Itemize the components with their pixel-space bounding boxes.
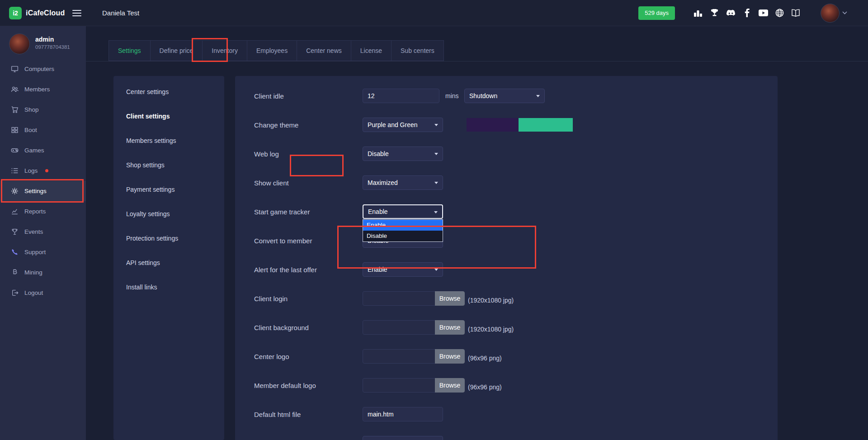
sidebar-item-label: Logout (24, 289, 43, 296)
user-menu[interactable] (821, 4, 847, 23)
field-label: Start game tracker (254, 208, 363, 216)
list-icon (11, 167, 19, 175)
client-background-file[interactable]: Browse (363, 320, 465, 335)
tab-license[interactable]: License (351, 40, 392, 61)
hamburger-menu-icon[interactable] (72, 9, 81, 17)
nav-item-loyalty-settings[interactable]: Loyalty settings (113, 202, 224, 226)
file-input[interactable] (363, 320, 435, 335)
show-client-select[interactable]: Maximized (363, 175, 443, 190)
client-idle-input[interactable]: 12 (363, 89, 439, 103)
chevron-down-icon (842, 11, 847, 14)
file-input[interactable] (363, 378, 435, 393)
form-row-default-html: Default html file main.htm (235, 400, 778, 429)
theme-select[interactable]: Purple and Green (363, 118, 443, 132)
globe-icon[interactable] (774, 8, 784, 18)
nav-item-members-settings[interactable]: Members settings (113, 128, 224, 153)
caret-icon (434, 269, 438, 271)
partial-control[interactable] (363, 436, 443, 440)
theme-preview (467, 118, 573, 132)
sidebar-item-reports[interactable]: Reports (0, 201, 86, 222)
youtube-icon[interactable] (758, 8, 768, 18)
sidebar-item-shop[interactable]: Shop (0, 99, 86, 120)
logout-icon (11, 289, 19, 297)
dropdown-option-enable[interactable]: Enable (363, 220, 443, 231)
field-label: Change theme (254, 121, 363, 129)
tab-sub-centers[interactable]: Sub centers (391, 40, 444, 61)
theme-swatch-purple (467, 118, 519, 132)
sidebar-item-logout[interactable]: Logout (0, 283, 86, 303)
manual-icon[interactable] (791, 8, 801, 18)
form-row-member-default-logo: Member default logo Browse (96x96 png) (235, 371, 778, 400)
file-hint: (96x96 png) (468, 383, 502, 391)
settings-nav-panel: Center settings Client settings Members … (113, 76, 224, 440)
file-input[interactable] (363, 349, 435, 364)
nav-item-center-settings[interactable]: Center settings (113, 80, 224, 104)
sidebar-item-members[interactable]: Members (0, 79, 86, 99)
sidebar-item-computers[interactable]: Computers (0, 59, 86, 79)
tab-employees[interactable]: Employees (247, 40, 297, 61)
sidebar-item-boot[interactable]: Boot (0, 120, 86, 140)
game-tracker-select[interactable]: Enable (363, 204, 443, 219)
default-html-input[interactable]: main.htm (363, 407, 443, 421)
client-idle-action-select[interactable]: Shutdown (464, 89, 545, 103)
nav-item-payment-settings[interactable]: Payment settings (113, 177, 224, 202)
client-login-file[interactable]: Browse (363, 291, 465, 306)
field-label: Convert to member (254, 237, 363, 245)
field-label: Alert for the last offer (254, 266, 363, 274)
caret-icon (434, 153, 438, 155)
center-logo-file[interactable]: Browse (363, 349, 465, 364)
form-row-client-login: Client login Browse (1920x1080 jpg) (235, 284, 778, 313)
nav-item-api-settings[interactable]: API settings (113, 251, 224, 275)
sidebar-item-support[interactable]: Support (0, 242, 86, 262)
field-label: Member default logo (254, 382, 363, 389)
sidebar-item-label: Reports (24, 208, 46, 215)
discord-icon[interactable] (726, 8, 736, 18)
browse-button[interactable]: Browse (435, 320, 465, 335)
sidebar-item-label: Shop (24, 106, 39, 113)
file-input[interactable] (363, 291, 435, 306)
sidebar-item-label: Games (24, 147, 44, 154)
alert-offer-select[interactable]: Enable (363, 262, 443, 277)
monitor-icon (11, 65, 19, 73)
member-logo-file[interactable]: Browse (363, 378, 465, 393)
nav-item-install-links[interactable]: Install links (113, 275, 224, 299)
select-dropdown-list: Enable Disable (363, 219, 443, 242)
tab-define-price[interactable]: Define price (150, 40, 203, 61)
form-row-web-log: Web log Disable (235, 139, 778, 168)
brand[interactable]: i2 iCafeCloud (0, 7, 67, 19)
browse-button[interactable]: Browse (435, 378, 465, 393)
bitcoin-icon (11, 269, 19, 276)
sidebar-item-label: Logs (24, 167, 38, 174)
caret-icon (434, 182, 438, 184)
tab-inventory[interactable]: Inventory (202, 40, 247, 61)
sidebar-item-label: Mining (24, 269, 42, 276)
browse-button[interactable]: Browse (435, 291, 465, 306)
sidebar-item-logs[interactable]: Logs (0, 161, 86, 181)
trophy-icon[interactable] (709, 8, 719, 18)
nav-item-protection-settings[interactable]: Protection settings (113, 226, 224, 251)
browse-button[interactable]: Browse (435, 349, 465, 364)
form-row-alert-last-offer: Alert for the last offer Enable (235, 255, 778, 284)
sidebar-item-label: Settings (24, 188, 47, 194)
tab-settings[interactable]: Settings (108, 40, 151, 61)
field-label: Web log (254, 150, 363, 158)
brand-name: iCafeCloud (26, 9, 65, 17)
license-days-badge[interactable]: 529 days (638, 6, 675, 20)
topbar: i2 iCafeCloud Daniela Test 529 days (0, 0, 868, 26)
field-label: Show client (254, 179, 363, 187)
sidebar-item-settings[interactable]: Settings (0, 181, 86, 201)
web-log-select[interactable]: Disable (363, 147, 443, 161)
dropdown-option-disable[interactable]: Disable (363, 231, 443, 241)
facebook-icon[interactable] (742, 8, 752, 18)
logs-alert-dot (45, 169, 48, 172)
leaderboard-icon[interactable] (693, 8, 703, 18)
sidebar-item-mining[interactable]: Mining (0, 262, 86, 283)
tab-center-news[interactable]: Center news (297, 40, 351, 61)
sidebar-item-games[interactable]: Games (0, 140, 86, 161)
sidebar-item-events[interactable]: Events (0, 222, 86, 242)
page-title: Daniela Test (102, 9, 139, 17)
sidebar-item-label: Boot (24, 127, 37, 133)
nav-item-shop-settings[interactable]: Shop settings (113, 153, 224, 177)
nav-item-client-settings[interactable]: Client settings (113, 104, 224, 128)
profile-block[interactable]: admin 097778704381 (0, 26, 86, 59)
